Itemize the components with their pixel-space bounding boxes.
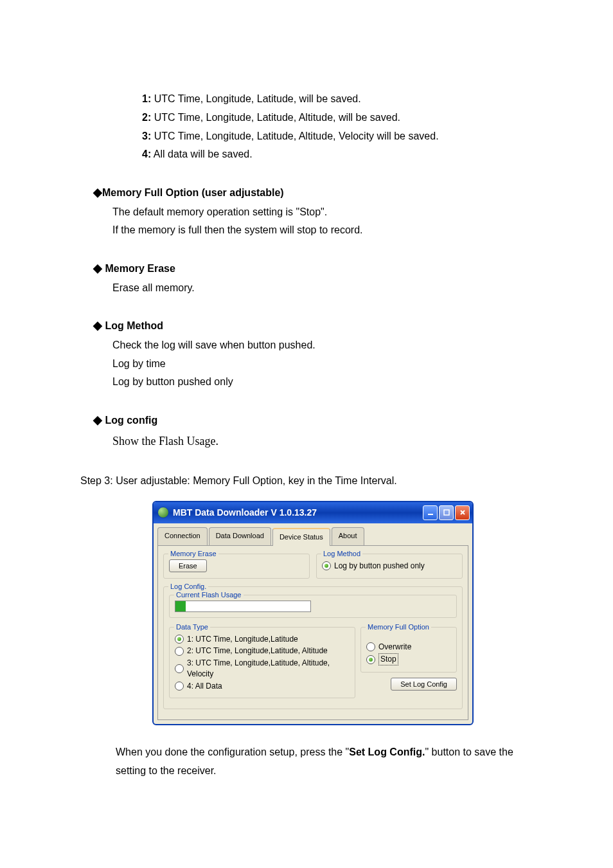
diamond-icon: ◆	[93, 413, 102, 426]
memory-full-option-legend: Memory Full Option	[366, 622, 431, 632]
current-flash-usage-legend: Current Flash Usage	[174, 590, 244, 600]
legend-text-1: UTC Time, Longitude, Latitude, will be s…	[151, 93, 360, 104]
tab-connection[interactable]: Connection	[157, 527, 208, 545]
data-type-radio-1[interactable]: 1: UTC Time, Longitude,Latitude	[175, 634, 350, 645]
diamond-icon: ◆	[93, 262, 102, 275]
log-config-p1: Show the Flash Usage.	[112, 431, 533, 451]
memory-full-option-heading: ◆Memory Full Option (user adjustable)	[93, 182, 533, 203]
radio-dot-icon	[175, 635, 184, 644]
app-icon	[157, 507, 169, 518]
memory-erase-heading: ◆ Memory Erase	[93, 258, 533, 278]
legend-num-2: 2:	[142, 112, 151, 123]
after-screenshot-text: When you done the configuration setup, p…	[116, 743, 533, 781]
tab-about[interactable]: About	[332, 527, 364, 545]
radio-dot-icon	[175, 647, 184, 656]
legend-num-1: 1:	[142, 93, 151, 104]
window-titlebar[interactable]: MBT Data Downloader V 1.0.13.27	[154, 502, 472, 523]
window-title: MBT Data Downloader V 1.0.13.27	[173, 505, 317, 521]
data-type-radio-4[interactable]: 4: All Data	[175, 681, 350, 692]
device-status-panel: Memory Erase Erase Log Method Log by but…	[157, 545, 468, 721]
legend-num-4: 4:	[142, 149, 151, 159]
close-button[interactable]	[455, 505, 470, 520]
diamond-icon: ◆	[93, 186, 102, 199]
stop-label: Stop	[378, 653, 398, 665]
log-method-fieldset: Log Method Log by button pushed only	[316, 554, 463, 579]
flash-usage-fill	[175, 601, 186, 611]
memory-erase-p1: Erase all memory.	[112, 279, 533, 298]
maximize-button[interactable]	[439, 505, 454, 520]
log-method-legend: Log Method	[321, 549, 362, 559]
data-type-opt3-label: 3: UTC Time, Longitude,Latitude, Altitud…	[187, 658, 350, 680]
log-method-p2: Log by time	[112, 355, 533, 374]
log-method-p3: Log by button pushed only	[112, 373, 533, 392]
svg-rect-1	[444, 510, 449, 515]
after-bold: Set Log Config.	[349, 746, 425, 757]
log-by-button-radio[interactable]: Log by button pushed only	[322, 561, 457, 572]
memory-full-overwrite-radio[interactable]: Overwrite	[366, 642, 451, 653]
memory-full-option-title: Memory Full Option (user adjustable)	[102, 187, 284, 198]
data-type-legend-list: 1: UTC Time, Longitude, Latitude, will b…	[142, 90, 533, 164]
data-type-opt4-label: 4: All Data	[187, 681, 222, 692]
radio-dot-icon	[175, 682, 184, 691]
current-flash-usage-fieldset: Current Flash Usage	[169, 595, 457, 618]
tab-strip: Connection Data Download Device Status A…	[154, 523, 472, 545]
memory-erase-legend: Memory Erase	[168, 549, 218, 559]
tab-device-status[interactable]: Device Status	[272, 528, 330, 546]
radio-dot-icon	[366, 642, 375, 651]
memory-full-stop-radio[interactable]: Stop	[366, 653, 451, 665]
after-pre: When you done the configuration setup, p…	[116, 746, 349, 757]
erase-button[interactable]: Erase	[169, 559, 207, 572]
log-method-title: Log Method	[102, 320, 163, 331]
log-config-fieldset: Log Config. Current Flash Usage Data Typ…	[163, 586, 463, 710]
log-config-title: Log config	[102, 415, 157, 426]
memory-full-option-p1: The default memory operation setting is …	[112, 203, 533, 222]
minimize-button[interactable]	[423, 505, 438, 520]
log-by-button-label: Log by button pushed only	[334, 561, 425, 572]
data-type-opt2-label: 2: UTC Time, Longitude,Latitude, Altitud…	[187, 646, 328, 656]
set-log-config-button[interactable]: Set Log Config	[391, 678, 457, 691]
legend-num-3: 3:	[142, 131, 151, 141]
flash-usage-progress-bar	[175, 601, 311, 612]
data-type-radio-2[interactable]: 2: UTC Time, Longitude,Latitude, Altitud…	[175, 646, 350, 656]
radio-dot-icon	[366, 655, 375, 664]
log-method-heading: ◆ Log Method	[93, 315, 533, 336]
data-type-legend: Data Type	[174, 622, 210, 632]
tab-data-download[interactable]: Data Download	[209, 527, 271, 545]
log-config-heading: ◆ Log config	[93, 410, 533, 430]
memory-erase-title: Memory Erase	[102, 263, 175, 274]
memory-full-option-p2: If the memory is full then the system wi…	[112, 221, 533, 240]
diamond-icon: ◆	[93, 319, 102, 332]
legend-text-4: All data will be saved.	[151, 149, 252, 159]
mbt-downloader-window: MBT Data Downloader V 1.0.13.27 Connecti…	[152, 501, 474, 726]
data-type-opt1-label: 1: UTC Time, Longitude,Latitude	[187, 634, 298, 645]
step-3-text: Step 3: User adjustable: Memory Full Opt…	[80, 472, 533, 491]
overwrite-label: Overwrite	[378, 642, 411, 653]
legend-text-3: UTC Time, Longitude, Latitude, Altitude,…	[151, 131, 438, 141]
data-type-radio-3[interactable]: 3: UTC Time, Longitude,Latitude, Altitud…	[175, 658, 350, 680]
radio-dot-icon	[175, 664, 184, 673]
log-method-p1: Check the log will save when button push…	[112, 336, 533, 355]
data-type-fieldset: Data Type 1: UTC Time, Longitude,Latitud…	[169, 627, 355, 699]
legend-text-2: UTC Time, Longitude, Latitude, Altitude,…	[151, 112, 400, 123]
memory-full-option-fieldset: Memory Full Option Overwrite Stop	[360, 627, 457, 673]
svg-rect-0	[428, 514, 433, 515]
memory-erase-fieldset: Memory Erase Erase	[163, 554, 310, 579]
radio-dot-icon	[322, 561, 331, 570]
